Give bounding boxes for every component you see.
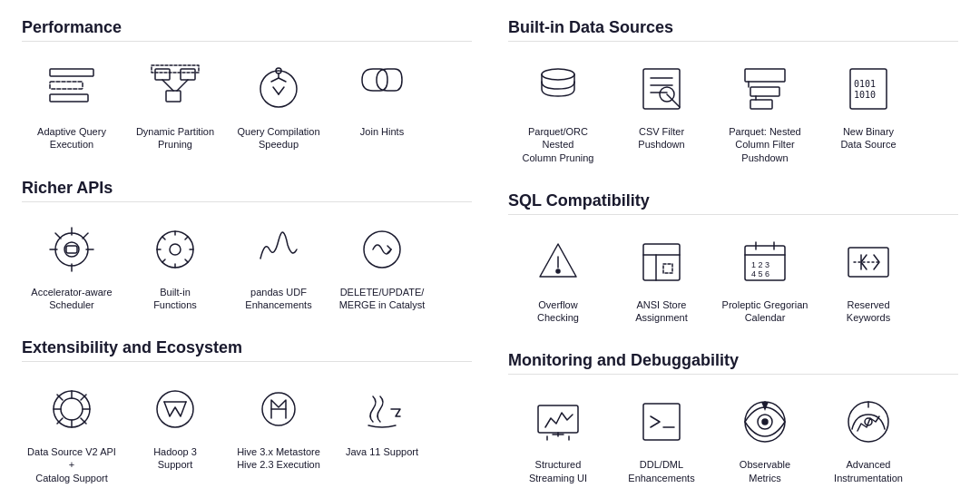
proleptic-icon: 1 2 34 5 6 bbox=[736, 233, 794, 291]
feature-item-dynamic-partition[interactable]: Dynamic Partition Pruning bbox=[125, 54, 225, 157]
svg-rect-3 bbox=[155, 69, 170, 80]
streaming-ui-label: Structured Streaming UI bbox=[529, 458, 587, 484]
svg-rect-42 bbox=[750, 100, 772, 109]
dynamic-partition-label: Dynamic Partition Pruning bbox=[136, 125, 214, 151]
items-row-richer-apis: Accelerator-aware SchedulerBuilt-in Func… bbox=[22, 215, 472, 317]
svg-line-7 bbox=[177, 80, 188, 91]
feature-item-csv-filter[interactable]: CSV Filter Pushdown bbox=[612, 54, 711, 170]
accelerator-aware-icon bbox=[43, 220, 101, 278]
advanced-instrumentation-icon bbox=[839, 393, 897, 451]
query-compilation-label: Query Compilation Speedup bbox=[237, 125, 319, 151]
feature-item-delete-update[interactable]: DELETE/UPDATE/ MERGE in Catalyst bbox=[332, 215, 432, 317]
hive3-icon bbox=[250, 380, 308, 438]
svg-line-6 bbox=[162, 80, 173, 91]
feature-item-proleptic[interactable]: 1 2 34 5 6Proleptic Gregorian Calendar bbox=[715, 228, 815, 330]
section-richer-apis: Richer APIsAccelerator-aware SchedulerBu… bbox=[22, 179, 472, 317]
ddl-dml-icon bbox=[632, 393, 691, 451]
pandas-udf-icon bbox=[250, 220, 308, 278]
svg-text:4 5 6: 4 5 6 bbox=[751, 269, 769, 278]
section-title-sql-compatibility: SQL Compatibility bbox=[508, 191, 958, 215]
new-binary-icon: 01011010 bbox=[839, 60, 897, 118]
svg-line-22 bbox=[83, 233, 88, 239]
svg-rect-4 bbox=[181, 69, 195, 80]
java11-label: Java 11 Support bbox=[346, 445, 418, 458]
reserved-keywords-icon bbox=[839, 233, 897, 291]
svg-text:0101: 0101 bbox=[854, 79, 876, 89]
feature-item-new-binary[interactable]: 01011010New Binary Data Source bbox=[818, 54, 918, 170]
section-performance: PerformanceAdaptive Query ExecutionDynam… bbox=[22, 18, 472, 157]
feature-item-hadoop3[interactable]: Hadoop 3 Support bbox=[125, 375, 225, 490]
svg-point-34 bbox=[542, 69, 574, 80]
feature-item-ansi-store[interactable]: ANSI Store Assignment bbox=[612, 228, 711, 330]
svg-line-13 bbox=[279, 87, 284, 94]
svg-rect-50 bbox=[643, 244, 680, 280]
adaptive-query-icon bbox=[43, 60, 101, 118]
dynamic-partition-icon bbox=[146, 60, 204, 118]
svg-rect-5 bbox=[166, 91, 181, 102]
hadoop3-label: Hadoop 3 Support bbox=[153, 445, 197, 472]
pandas-udf-label: pandas UDF Enhancements bbox=[245, 286, 311, 312]
query-compilation-icon bbox=[250, 60, 308, 118]
new-binary-label: New Binary Data Source bbox=[840, 125, 896, 151]
feature-item-parquet-nested[interactable]: Parquet: Nested Column Filter Pushdown bbox=[715, 54, 815, 170]
right-column: Built-in Data SourcesParquet/ORC Nested … bbox=[508, 18, 958, 498]
section-sql-compatibility: SQL CompatibilityOverflow CheckingANSI S… bbox=[508, 191, 958, 330]
ddl-dml-label: DDL/DML Enhancements bbox=[628, 458, 694, 484]
items-row-extensibility: Data Source V2 API + Catalog SupportHado… bbox=[22, 375, 472, 490]
observable-icon bbox=[736, 393, 794, 451]
accelerator-aware-label: Accelerator-aware Scheduler bbox=[31, 286, 112, 312]
items-row-monitoring: Structured Streaming UIDDL/DML Enhanceme… bbox=[508, 387, 958, 490]
parquet-nested-icon bbox=[736, 60, 794, 118]
hadoop3-icon bbox=[146, 380, 204, 438]
feature-item-adaptive-query[interactable]: Adaptive Query Execution bbox=[22, 54, 122, 157]
svg-line-12 bbox=[273, 87, 279, 94]
csv-filter-label: CSV Filter Pushdown bbox=[638, 125, 684, 151]
overflow-label: Overflow Checking bbox=[537, 298, 579, 325]
ansi-store-icon bbox=[632, 233, 691, 291]
parquet-orc-label: Parquet/ORC Nested Column Pruning bbox=[512, 125, 604, 164]
feature-item-streaming-ui[interactable]: Structured Streaming UI bbox=[508, 387, 608, 490]
feature-item-accelerator-aware[interactable]: Accelerator-aware Scheduler bbox=[22, 215, 122, 317]
feature-item-observable[interactable]: Observable Metrics bbox=[715, 387, 815, 490]
section-extensibility: Extensibility and EcosystemData Source V… bbox=[22, 338, 472, 490]
page-layout: PerformanceAdaptive Query ExecutionDynam… bbox=[22, 18, 958, 498]
feature-item-overflow[interactable]: Overflow Checking bbox=[508, 228, 608, 330]
svg-rect-63 bbox=[643, 404, 680, 440]
svg-rect-20 bbox=[66, 246, 77, 253]
svg-point-24 bbox=[170, 244, 181, 255]
svg-point-32 bbox=[157, 391, 193, 427]
svg-rect-40 bbox=[745, 69, 785, 82]
observable-label: Observable Metrics bbox=[740, 458, 790, 484]
section-title-extensibility: Extensibility and Ecosystem bbox=[22, 338, 472, 362]
feature-item-java11[interactable]: Java 11 Support bbox=[332, 375, 432, 490]
feature-item-advanced-instrumentation[interactable]: Advanced Instrumentation bbox=[818, 387, 918, 490]
items-row-sql-compatibility: Overflow CheckingANSI Store Assignment1 … bbox=[508, 228, 958, 330]
java11-icon bbox=[353, 380, 411, 438]
feature-item-pandas-udf[interactable]: pandas UDF Enhancements bbox=[229, 215, 328, 317]
feature-item-join-hints[interactable]: Join Hints bbox=[332, 54, 432, 157]
delete-update-label: DELETE/UPDATE/ MERGE in Catalyst bbox=[339, 286, 426, 312]
svg-rect-1 bbox=[50, 82, 83, 89]
feature-item-ddl-dml[interactable]: DDL/DML Enhancements bbox=[612, 387, 711, 490]
feature-item-hive3[interactable]: Hive 3.x Metastore Hive 2.3 Execution bbox=[229, 375, 328, 490]
datasource-v2-label: Data Source V2 API + Catalog Support bbox=[25, 445, 118, 484]
svg-text:1010: 1010 bbox=[854, 90, 876, 100]
reserved-keywords-label: Reserved Keywords bbox=[847, 298, 890, 325]
section-title-monitoring: Monitoring and Debuggability bbox=[508, 351, 958, 375]
section-monitoring: Monitoring and DebuggabilityStructured S… bbox=[508, 351, 958, 490]
builtin-functions-label: Built-in Functions bbox=[153, 286, 197, 312]
feature-item-parquet-orc[interactable]: Parquet/ORC Nested Column Pruning bbox=[508, 54, 608, 170]
feature-item-datasource-v2[interactable]: Data Source V2 API + Catalog Support bbox=[22, 375, 122, 490]
feature-item-query-compilation[interactable]: Query Compilation Speedup bbox=[229, 54, 328, 157]
ansi-store-label: ANSI Store Assignment bbox=[635, 298, 687, 325]
join-hints-label: Join Hints bbox=[360, 125, 404, 138]
adaptive-query-label: Adaptive Query Execution bbox=[37, 125, 106, 151]
feature-item-builtin-functions[interactable]: Built-in Functions bbox=[125, 215, 225, 317]
svg-line-21 bbox=[55, 233, 61, 239]
feature-item-reserved-keywords[interactable]: Reserved Keywords bbox=[818, 228, 918, 330]
parquet-orc-icon bbox=[529, 60, 587, 118]
items-row-performance: Adaptive Query ExecutionDynamic Partitio… bbox=[22, 54, 472, 157]
proleptic-label: Proleptic Gregorian Calendar bbox=[722, 298, 808, 325]
svg-point-27 bbox=[61, 398, 83, 420]
join-hints-icon bbox=[353, 60, 411, 118]
